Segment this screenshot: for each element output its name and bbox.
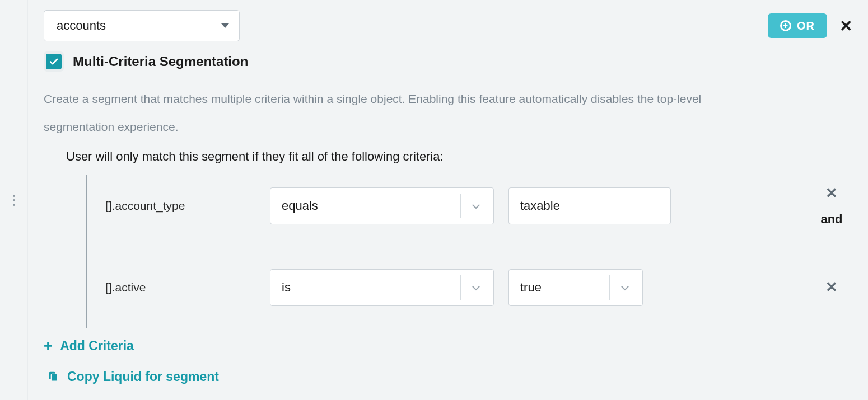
multi-criteria-label: Multi-Criteria Segmentation bbox=[73, 54, 248, 69]
conjunction-label: and bbox=[820, 212, 842, 227]
plus-icon: + bbox=[44, 338, 52, 353]
copy-liquid-label: Copy Liquid for segment bbox=[67, 369, 219, 384]
value-text: taxable bbox=[520, 199, 560, 213]
close-icon[interactable]: ✕ bbox=[839, 17, 852, 35]
operator-select[interactable]: is bbox=[270, 269, 494, 306]
add-criteria-button[interactable]: + Add Criteria bbox=[44, 338, 852, 354]
or-button[interactable]: + OR bbox=[768, 13, 827, 38]
operator-value: is bbox=[282, 280, 291, 295]
side-rail bbox=[0, 0, 28, 400]
help-text: Create a segment that matches multiple c… bbox=[44, 85, 772, 142]
object-select[interactable]: accounts bbox=[44, 10, 240, 41]
criteria-row: [].active is true bbox=[86, 257, 852, 318]
plus-circle-icon: + bbox=[780, 20, 791, 31]
remove-criteria-icon[interactable]: ✕ bbox=[825, 279, 838, 296]
check-icon bbox=[49, 57, 59, 67]
copy-icon bbox=[47, 370, 59, 383]
chevron-down-icon bbox=[619, 282, 631, 298]
value-text: true bbox=[520, 280, 542, 295]
remove-criteria-icon[interactable]: ✕ bbox=[825, 185, 838, 202]
operator-select[interactable]: equals bbox=[270, 187, 494, 224]
bottom-actions: + Add Criteria Copy Liquid for segment bbox=[44, 338, 852, 384]
criteria-block: [].account_type equals taxable ✕ and bbox=[44, 175, 852, 318]
drag-handle-icon[interactable] bbox=[13, 195, 15, 206]
header-row: accounts + OR ✕ bbox=[44, 10, 852, 41]
criteria-field-label: [].active bbox=[105, 281, 255, 294]
object-select-value: accounts bbox=[57, 18, 106, 33]
criteria-row: [].account_type equals taxable ✕ and bbox=[86, 175, 852, 237]
add-criteria-label: Add Criteria bbox=[60, 338, 134, 354]
segment-builder-panel: accounts + OR ✕ Multi-Criteria Segmentat… bbox=[28, 0, 868, 400]
copy-liquid-button[interactable]: Copy Liquid for segment bbox=[47, 369, 852, 384]
value-select[interactable]: true bbox=[508, 269, 643, 306]
checkbox-wrap bbox=[44, 51, 64, 72]
multi-criteria-toggle-row: Multi-Criteria Segmentation bbox=[44, 51, 852, 72]
chevron-down-icon bbox=[470, 200, 482, 216]
multi-criteria-checkbox[interactable] bbox=[46, 54, 62, 69]
chevron-down-icon bbox=[470, 282, 482, 298]
criteria-field-label: [].account_type bbox=[105, 199, 255, 213]
operator-value: equals bbox=[282, 199, 318, 213]
or-button-label: OR bbox=[797, 20, 815, 32]
value-input[interactable]: taxable bbox=[508, 187, 671, 224]
caret-down-icon bbox=[221, 23, 229, 28]
criteria-instruction: User will only match this segment if the… bbox=[44, 149, 852, 164]
svg-rect-1 bbox=[51, 374, 57, 382]
